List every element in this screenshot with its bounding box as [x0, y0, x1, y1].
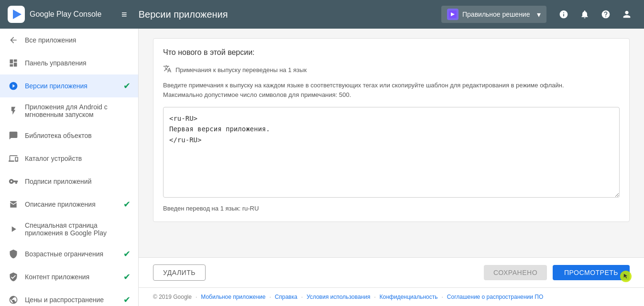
- help-icon: [601, 10, 611, 19]
- store-listing-check-icon: ✔: [123, 199, 131, 210]
- release-notes-card: Что нового в этой версии: Примечания к в…: [153, 38, 630, 222]
- store-page-label: Специальная страница приложения в Google…: [25, 222, 131, 237]
- header-icons: [554, 5, 636, 24]
- info-icon: [559, 10, 568, 19]
- dashboard-label: Панель управления: [25, 59, 131, 67]
- store-listing-label: Описание приложения: [25, 200, 118, 208]
- logo-text: Google Play Console: [30, 10, 101, 19]
- sidebar-item-pricing[interactable]: Цены и распространение ✔: [0, 288, 138, 306]
- action-bar: УДАЛИТЬ СОХРАНЕНО ПРОСМОТРЕТЬ: [139, 257, 644, 287]
- sidebar-item-app-versions[interactable]: Версии приложения ✔: [0, 74, 138, 97]
- age-rating-check-icon: ✔: [123, 249, 131, 259]
- hamburger-button[interactable]: ≡: [118, 5, 131, 24]
- sidebar-item-store-page[interactable]: Специальная страница приложения в Google…: [0, 216, 138, 243]
- translation-hint: Примечания к выпуску переведены на 1 язы…: [163, 64, 620, 75]
- app-versions-label: Версии приложения: [25, 82, 118, 90]
- app-header: Google Play Console ≡ Версии приложения …: [0, 0, 644, 29]
- library-icon: [8, 130, 19, 141]
- sidebar-item-age-rating[interactable]: Возрастные ограничения ✔: [0, 243, 138, 265]
- versions-check-icon: ✔: [123, 81, 131, 91]
- back-arrow-icon: [8, 34, 19, 46]
- logo-triangle: [13, 10, 22, 19]
- release-notes-input[interactable]: [163, 107, 620, 198]
- app-name: Правильное решение: [462, 11, 533, 18]
- app-selector[interactable]: Правильное решение ▾: [441, 6, 546, 23]
- translation-status: Введен перевод на 1 язык: ru-RU: [163, 205, 620, 212]
- footer-link-mobile[interactable]: Мобильное приложение: [201, 294, 265, 300]
- instant-apps-icon: [8, 105, 19, 116]
- translation-hint-text: Примечания к выпуску переведены на 1 язы…: [175, 66, 306, 74]
- footer-link-terms[interactable]: Условия использования: [306, 294, 370, 300]
- sidebar-item-store-listing[interactable]: Описание приложения ✔: [0, 193, 138, 216]
- header-main: ≡ Версии приложения Правильное решение ▾: [118, 5, 636, 24]
- account-button[interactable]: [617, 5, 636, 24]
- dropdown-arrow-icon: ▾: [537, 10, 541, 19]
- sidebar-item-instant-apps[interactable]: Приложения для Android с мгновенным запу…: [0, 97, 138, 124]
- account-icon: [622, 9, 632, 20]
- button-group: СОХРАНЕНО ПРОСМОТРЕТЬ: [484, 265, 630, 280]
- versions-icon: [8, 80, 19, 92]
- sidebar: Все приложения Панель управления Версии …: [0, 29, 139, 306]
- play-icon: [8, 223, 19, 235]
- pricing-label: Цены и распространение: [25, 296, 118, 304]
- sidebar-item-app-content[interactable]: Контент приложения ✔: [0, 265, 138, 288]
- content-area: Что нового в этой версии: Примечания к в…: [139, 29, 644, 257]
- age-rating-label: Возрастные ограничения: [25, 250, 118, 258]
- translate-icon: [163, 64, 172, 75]
- footer-link-help[interactable]: Справка: [275, 294, 297, 300]
- pricing-check-icon: ✔: [123, 295, 131, 305]
- key-icon: [8, 176, 19, 187]
- footer: © 2019 Google · Мобильное приложение · С…: [139, 287, 644, 306]
- page-title: Версии приложения: [139, 9, 434, 20]
- copyright: © 2019 Google: [153, 294, 192, 300]
- app-logo-icon: [449, 11, 457, 18]
- bell-icon: [580, 10, 589, 19]
- app-content-label: Контент приложения: [25, 273, 118, 281]
- app-content-check-icon: ✔: [123, 272, 131, 282]
- main-content: Что нового в этой версии: Примечания к в…: [139, 29, 644, 306]
- review-button[interactable]: ПРОСМОТРЕТЬ: [553, 265, 630, 280]
- app-signing-label: Подписи приложений: [25, 178, 131, 185]
- sidebar-item-device-catalog[interactable]: Каталог устройств: [0, 147, 138, 170]
- instant-apps-label: Приложения для Android с мгновенным запу…: [25, 103, 131, 118]
- delete-button[interactable]: УДАЛИТЬ: [153, 264, 206, 281]
- store-icon: [8, 199, 19, 210]
- main-layout: Все приложения Панель управления Версии …: [0, 29, 644, 306]
- sidebar-item-asset-library[interactable]: Библиотека объектов: [0, 124, 138, 147]
- sidebar-item-all-apps[interactable]: Все приложения: [0, 29, 138, 52]
- logo-icon: [8, 6, 25, 23]
- footer-link-privacy[interactable]: Конфиденциальность: [380, 294, 438, 300]
- notifications-button[interactable]: [575, 5, 594, 24]
- devices-icon: [8, 153, 19, 164]
- app-icon: [447, 9, 458, 20]
- globe-icon: [8, 294, 19, 306]
- footer-link-distribution[interactable]: Соглашение о распространении ПО: [447, 294, 543, 300]
- sidebar-item-dashboard[interactable]: Панель управления: [0, 52, 138, 74]
- content-icon: [8, 271, 19, 283]
- info-button[interactable]: [554, 5, 573, 24]
- logo: Google Play Console: [8, 6, 118, 23]
- all-apps-label: Все приложения: [25, 36, 131, 44]
- dashboard-icon: [8, 57, 19, 69]
- saved-button: СОХРАНЕНО: [484, 265, 547, 280]
- shield-icon: [8, 248, 19, 260]
- help-button[interactable]: [596, 5, 615, 24]
- cursor-icon: [619, 270, 633, 283]
- section-title: Что нового в этой версии:: [163, 48, 620, 57]
- device-catalog-label: Каталог устройств: [25, 155, 131, 162]
- description-text: Введите примечания к выпуску на каждом я…: [163, 81, 620, 99]
- asset-library-label: Библиотека объектов: [25, 132, 131, 139]
- sidebar-item-app-signing[interactable]: Подписи приложений: [0, 170, 138, 193]
